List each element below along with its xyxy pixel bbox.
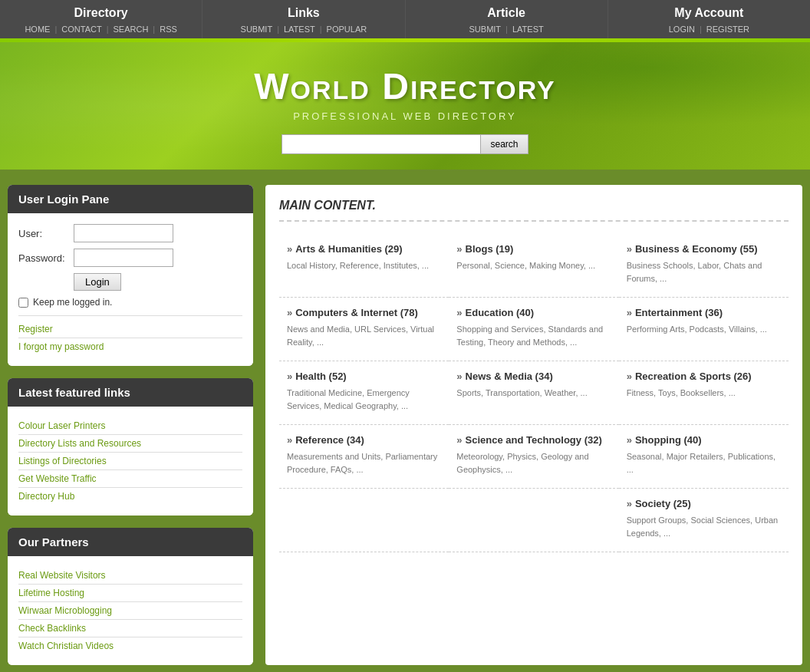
category-link-9[interactable]: Reference (34): [295, 434, 364, 446]
category-cell-0: »Arts & Humanities (29)Local History, Re…: [279, 234, 449, 298]
featured-link-4[interactable]: Directory Hub: [18, 488, 242, 505]
nav-links-submit[interactable]: SUBMIT: [241, 25, 273, 34]
category-name-7: »News & Media (34): [456, 371, 611, 382]
content-title: Main Content.: [279, 199, 789, 222]
category-link-0[interactable]: Arts & Humanities (29): [295, 243, 402, 255]
category-link-8[interactable]: Recreation & Sports (26): [635, 371, 752, 382]
category-link-4[interactable]: Education (40): [466, 307, 535, 318]
nav-rss[interactable]: RSS: [160, 25, 177, 34]
nav-home[interactable]: HOME: [25, 25, 50, 34]
username-input[interactable]: [74, 224, 173, 242]
category-cell-3: »Computers & Internet (78)News and Media…: [279, 298, 449, 361]
category-cell-10: »Science and Technology (32)Meteorology,…: [449, 425, 618, 489]
partner-link-2[interactable]: Wirwaar Microblogging: [18, 602, 242, 620]
partner-link-1[interactable]: Lifetime Hosting: [18, 585, 242, 602]
category-link-7[interactable]: News & Media (34): [466, 371, 553, 382]
forgot-link[interactable]: I forgot my password: [18, 338, 242, 355]
category-sub-6: Traditional Medicine, Emergency Services…: [287, 387, 441, 412]
login-panel-header: User Login Pane: [8, 185, 253, 213]
category-name-3: »Computers & Internet (78): [287, 307, 441, 318]
nav-login[interactable]: LOGIN: [669, 25, 695, 34]
partner-link-0[interactable]: Real Website Visitors: [18, 567, 242, 585]
category-sub-14: Support Groups, Social Sciences, Urban L…: [627, 514, 781, 539]
keep-logged-label: Keep me logged in.: [33, 297, 112, 308]
category-link-10[interactable]: Science and Technology (32): [466, 434, 602, 446]
register-link[interactable]: Register: [18, 321, 242, 338]
featured-link-3[interactable]: Get Website Traffic: [18, 470, 242, 488]
nav-links-latest[interactable]: LATEST: [284, 25, 315, 34]
category-link-6[interactable]: Health (52): [295, 371, 346, 382]
category-cell-8: »Recreation & Sports (26)Fitness, Toys, …: [619, 361, 789, 425]
keep-logged-row: Keep me logged in.: [18, 297, 242, 308]
nav-directory-title: Directory: [74, 6, 128, 20]
nav-article-latest[interactable]: LATEST: [512, 25, 544, 34]
featured-panel-body: Colour Laser PrintersDirectory Lists and…: [8, 407, 253, 516]
category-cell-1: »Blogs (19)Personal, Science, Making Mon…: [449, 234, 618, 298]
category-grid: »Arts & Humanities (29)Local History, Re…: [279, 234, 789, 552]
category-cell-5: »Entertainment (36)Performing Arts, Podc…: [619, 298, 789, 361]
category-sub-7: Sports, Transportation, Weather, ...: [456, 387, 611, 400]
nav-links: Links SUBMIT | LATEST | POPULAR: [202, 0, 405, 38]
category-name-0: »Arts & Humanities (29): [287, 243, 441, 255]
password-row: Password:: [18, 249, 242, 267]
user-label: User:: [18, 228, 74, 239]
nav-myaccount: My Account LOGIN | REGISTER: [608, 0, 810, 38]
search-input[interactable]: [282, 134, 481, 154]
partners-panel-header: Our Partners: [8, 528, 253, 556]
nav-links-popular[interactable]: POPULAR: [327, 25, 367, 34]
nav-search[interactable]: SEARCH: [114, 25, 149, 34]
category-cell-7: »News & Media (34)Sports, Transportation…: [449, 361, 618, 425]
featured-link-2[interactable]: Listings of Directories: [18, 453, 242, 470]
category-cell-9: »Reference (34)Measurements and Units, P…: [279, 425, 449, 489]
login-divider: [18, 315, 242, 316]
category-sub-1: Personal, Science, Making Money, ...: [456, 259, 611, 272]
nav-contact[interactable]: CONTACT: [61, 25, 101, 34]
partners-panel-body: Real Website VisitorsLifetime HostingWir…: [8, 556, 253, 665]
category-sub-11: Seasonal, Major Retailers, Publications,…: [627, 450, 781, 476]
featured-link-0[interactable]: Colour Laser Printers: [18, 417, 242, 435]
featured-link-1[interactable]: Directory Lists and Resources: [18, 435, 242, 453]
keep-logged-checkbox[interactable]: [18, 298, 28, 308]
main-layout: User Login Pane User: Password: Login Ke…: [0, 170, 810, 672]
header: World Directory Professional Web Directo…: [0, 42, 810, 170]
category-sub-4: Shopping and Services, Standards and Tes…: [456, 323, 611, 348]
search-button[interactable]: search: [481, 134, 528, 154]
featured-panel: Latest featured links Colour Laser Print…: [8, 378, 253, 516]
category-cell-13: [449, 489, 618, 552]
category-cell-14: »Society (25)Support Groups, Social Scie…: [619, 489, 789, 552]
nav-links-title: Links: [288, 6, 320, 20]
category-cell-11: »Shopping (40)Seasonal, Major Retailers,…: [619, 425, 789, 489]
category-sub-0: Local History, Reference, Institutes, ..…: [287, 259, 441, 272]
user-row: User:: [18, 224, 242, 242]
category-name-2: »Business & Economy (55): [627, 243, 781, 255]
nav-article-submit[interactable]: SUBMIT: [469, 25, 502, 34]
nav-register[interactable]: REGISTER: [706, 25, 749, 34]
category-link-3[interactable]: Computers & Internet (78): [295, 307, 418, 318]
category-sub-5: Performing Arts, Podcasts, Villains, ...: [627, 323, 781, 336]
category-name-11: »Shopping (40): [627, 434, 781, 446]
login-panel: User Login Pane User: Password: Login Ke…: [8, 185, 253, 366]
site-title: World Directory: [0, 65, 810, 107]
featured-panel-header: Latest featured links: [8, 378, 253, 407]
category-name-9: »Reference (34): [287, 434, 441, 446]
category-link-14[interactable]: Society (25): [635, 498, 691, 509]
search-form: search: [0, 134, 810, 154]
category-link-11[interactable]: Shopping (40): [635, 434, 702, 446]
category-cell-2: »Business & Economy (55)Business Schools…: [619, 234, 789, 298]
category-sub-8: Fitness, Toys, Booksellers, ...: [627, 387, 781, 400]
category-link-5[interactable]: Entertainment (36): [635, 307, 723, 318]
category-link-1[interactable]: Blogs (19): [466, 243, 514, 255]
password-input[interactable]: [74, 249, 173, 267]
login-button[interactable]: Login: [74, 273, 121, 291]
category-sub-10: Meteorology, Physics, Geology and Geophy…: [456, 450, 611, 476]
nav-article: Article SUBMIT | LATEST: [406, 0, 608, 38]
sidebar: User Login Pane User: Password: Login Ke…: [8, 185, 253, 665]
category-link-2[interactable]: Business & Economy (55): [635, 243, 758, 255]
partner-link-4[interactable]: Watch Christian Videos: [18, 637, 242, 654]
login-btn-row: Login: [74, 273, 242, 291]
nav-directory: Directory HOME | CONTACT | SEARCH | RSS: [0, 0, 202, 38]
category-cell-6: »Health (52)Traditional Medicine, Emerge…: [279, 361, 449, 425]
nav-myaccount-title: My Account: [674, 6, 743, 20]
category-cell-12: [279, 489, 449, 552]
partner-link-3[interactable]: Check Backlinks: [18, 620, 242, 637]
